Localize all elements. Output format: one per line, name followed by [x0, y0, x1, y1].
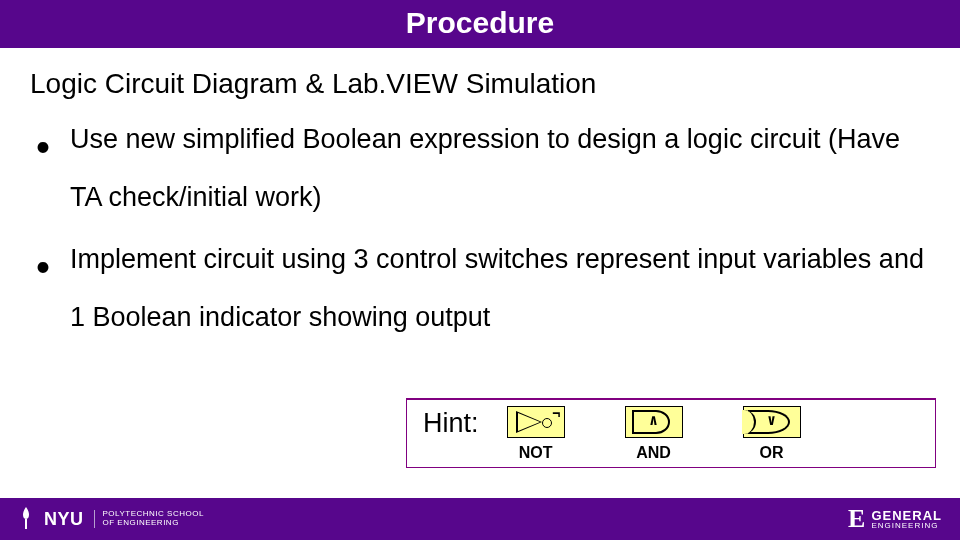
bullet-text: Use new simplified Boolean expression to…	[70, 124, 900, 212]
content-area: Logic Circuit Diagram & Lab.VIEW Simulat…	[0, 48, 960, 346]
gate-caption: AND	[636, 444, 671, 462]
not-gate-icon: ¬	[507, 406, 565, 438]
eg-general: GENERAL	[871, 509, 942, 522]
subtitle: Logic Circuit Diagram & Lab.VIEW Simulat…	[30, 68, 932, 100]
gate-caption: OR	[760, 444, 784, 462]
gate-and: ∧ AND	[625, 406, 683, 462]
nyu-subtext: POLYTECHNIC SCHOOL OF ENGINEERING	[94, 510, 204, 528]
nyu-sub-line: OF ENGINEERING	[103, 519, 204, 528]
gate-caption: NOT	[519, 444, 553, 462]
bullet-text: Implement circuit using 3 control switch…	[70, 244, 924, 332]
svg-rect-0	[25, 519, 27, 529]
hint-label: Hint:	[423, 408, 479, 439]
gate-not: ¬ NOT	[507, 406, 565, 462]
eg-e-icon: E	[848, 506, 865, 532]
hint-box: Hint: ¬ NOT ∧ AND ∨ OR	[406, 398, 936, 468]
gate-symbol: ∨	[744, 411, 800, 430]
title-bar: Procedure	[0, 0, 960, 48]
slide-title: Procedure	[406, 6, 554, 39]
eg-subtext: GENERAL ENGINEERING	[871, 509, 942, 530]
nyu-logo-block: NYU POLYTECHNIC SCHOOL OF ENGINEERING	[18, 507, 204, 531]
nyu-text: NYU	[44, 509, 84, 530]
nyu-torch-icon	[18, 507, 34, 531]
eg-engineering: ENGINEERING	[871, 522, 942, 530]
slide: Procedure Logic Circuit Diagram & Lab.VI…	[0, 0, 960, 540]
gate-or: ∨ OR	[743, 406, 801, 462]
bullet-item: Implement circuit using 3 control switch…	[30, 230, 932, 346]
gate-symbol: ¬	[552, 405, 560, 421]
or-gate-icon: ∨	[743, 406, 801, 438]
bullet-list: Use new simplified Boolean expression to…	[30, 110, 932, 346]
and-gate-icon: ∧	[625, 406, 683, 438]
eg-logo-block: E GENERAL ENGINEERING	[848, 506, 942, 532]
bullet-item: Use new simplified Boolean expression to…	[30, 110, 932, 226]
footer-bar: NYU POLYTECHNIC SCHOOL OF ENGINEERING E …	[0, 498, 960, 540]
gate-symbol: ∧	[626, 411, 682, 430]
